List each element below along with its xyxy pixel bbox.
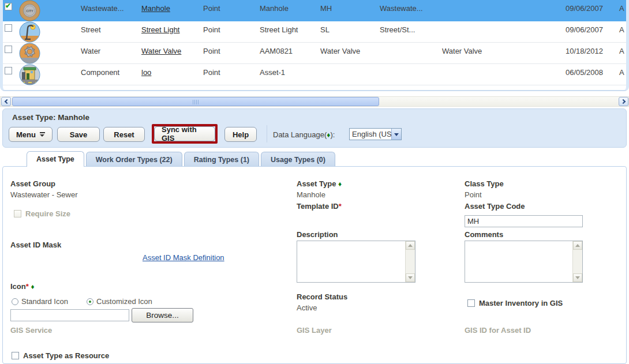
help-button[interactable]: Help: [224, 127, 257, 142]
sync-with-gis-button[interactable]: Sync with GIS: [154, 126, 215, 141]
table-row[interactable]: ✔ CITY Wastewate... Manhole Point Manhol…: [3, 0, 626, 21]
table-row[interactable]: Component loo Point Asset-1 06/05/2008 A: [3, 64, 626, 85]
asset-type-code-label: Asset Type Code: [465, 202, 525, 211]
code-cell: MH: [320, 4, 332, 13]
water-valve-icon: [19, 43, 40, 66]
comments-textarea[interactable]: [465, 241, 583, 283]
class-type-cell: Point: [203, 4, 220, 13]
master-inventory-label: Master Inventory in GIS: [479, 299, 563, 307]
template-id-label: Template ID*: [297, 202, 342, 211]
asset-type-link[interactable]: Street Light: [141, 25, 180, 34]
chevron-left-icon: [4, 99, 9, 104]
asset-group-cell: Wastewate...: [81, 4, 124, 13]
tab-usage-types[interactable]: Usage Types (0): [261, 152, 335, 167]
require-size-label: Require Size: [25, 209, 70, 218]
asset-type-label: Asset Type ♦: [297, 179, 342, 188]
save-button[interactable]: Save: [57, 127, 100, 142]
class-type-cell: Point: [203, 25, 220, 34]
asset-group-cell: Water: [81, 47, 100, 55]
grid-bottom-edge: [0, 85, 629, 91]
status-cell: A: [619, 25, 624, 34]
description-textarea[interactable]: [297, 241, 415, 283]
icon-label: Icon* ♦: [10, 282, 35, 291]
city-icon: CITY: [19, 0, 40, 23]
scrollbar-grip-icon: [193, 100, 199, 104]
tab-rating-types[interactable]: Rating Types (1): [184, 152, 259, 167]
class-type-cell: Point: [203, 68, 220, 77]
tab-bar: Asset Type Work Order Types (22) Rating …: [2, 151, 627, 167]
status-cell: A: [619, 47, 624, 55]
status-cell: A: [619, 4, 624, 13]
date-cell: 06/05/2008: [551, 68, 603, 77]
scroll-up-icon: [406, 241, 415, 250]
scroll-down-icon: [406, 273, 415, 282]
customized-icon-radio[interactable]: [87, 298, 93, 305]
horizontal-scrollbar[interactable]: [0, 96, 629, 107]
row-checkbox[interactable]: [5, 46, 12, 53]
reset-button[interactable]: Reset: [103, 127, 145, 142]
date-cell: 10/18/2012: [551, 47, 603, 55]
sync-highlight-box: Sync with GIS: [152, 124, 218, 144]
page-title: Asset Type: Manhole: [12, 113, 89, 122]
template-id-cell: AAM0821: [260, 47, 293, 55]
description-label: Description: [297, 230, 338, 239]
table-row[interactable]: Street Street Light Point Street Light S…: [3, 21, 626, 43]
asset-type-link[interactable]: loo: [141, 68, 151, 77]
asset-id-mask-label: Asset ID Mask: [10, 241, 61, 249]
class-type-value: Point: [465, 190, 482, 199]
require-size-checkbox: [14, 210, 21, 217]
tab-asset-type[interactable]: Asset Type: [27, 151, 84, 167]
tab-work-order-types[interactable]: Work Order Types (22): [86, 152, 182, 167]
scroll-right-button[interactable]: [619, 97, 628, 106]
record-status-label: Record Status: [297, 292, 347, 301]
scroll-left-button[interactable]: [1, 97, 11, 106]
scrollbar-thumb[interactable]: [12, 97, 379, 106]
asset-type-link[interactable]: Water Valve: [141, 47, 181, 55]
description-cell: Street/St...: [380, 25, 415, 34]
menu-button[interactable]: Menu: [9, 127, 53, 142]
row-checkbox[interactable]: [5, 24, 12, 32]
status-cell: A: [619, 68, 624, 77]
gis-service-label: GIS Service: [10, 326, 52, 335]
master-inventory-checkbox[interactable]: [467, 299, 475, 307]
chevron-right-icon: [620, 99, 625, 104]
toolbar-divider: [267, 125, 267, 142]
class-type-cell: Point: [203, 47, 220, 55]
table-row[interactable]: Water Water Valve Point AAM0821 Water Va…: [3, 43, 626, 64]
data-language-select[interactable]: English (US): [349, 128, 402, 140]
date-cell: 09/06/2007: [551, 4, 603, 13]
browse-button[interactable]: Browse...: [132, 308, 193, 322]
standard-icon-radio[interactable]: [12, 298, 18, 305]
svg-text:CITY: CITY: [26, 9, 33, 13]
code-cell: Water Valve: [320, 47, 360, 55]
asset-type-as-resource-label: Asset Type as Resource: [23, 351, 109, 360]
row-checkbox[interactable]: ✔: [5, 3, 12, 10]
green-diamond-icon: ♦: [31, 283, 34, 291]
component-icon: [19, 64, 40, 87]
gis-layer-label: GIS Layer: [297, 326, 332, 335]
asset-type-as-resource-checkbox[interactable]: [12, 352, 19, 359]
class-type-label: Class Type: [465, 179, 504, 188]
record-status-value: Active: [297, 303, 317, 312]
asset-type-code-input[interactable]: [465, 215, 583, 227]
comments-label: Comments: [465, 230, 503, 239]
customized-icon-label: Customized Icon: [96, 297, 152, 306]
asset-id-mask-definition-link[interactable]: Asset ID Mask Definition: [143, 253, 224, 262]
template-id-cell: Asset-1: [260, 68, 285, 77]
code-cell: SL: [320, 25, 330, 34]
asset-type-value: Manhole: [297, 190, 325, 199]
asset-group-value: Wastewater - Sewer: [10, 190, 78, 199]
textarea-scrollbar: [572, 241, 582, 282]
green-diamond-icon: ♦: [338, 180, 342, 188]
chevron-down-icon: [391, 129, 401, 140]
textarea-scrollbar: [405, 241, 415, 282]
icon-file-input[interactable]: [10, 309, 129, 321]
extra-cell: Water Valve: [442, 47, 482, 55]
asset-group-cell: Component: [81, 68, 119, 77]
asset-type-link[interactable]: Manhole: [141, 4, 170, 13]
description-cell: Wastewate...: [380, 4, 423, 13]
row-checkbox[interactable]: [5, 67, 12, 74]
template-id-cell: Street Light: [260, 25, 298, 34]
menu-dropdown-icon: [40, 132, 45, 137]
date-cell: 09/06/2007: [551, 25, 603, 34]
